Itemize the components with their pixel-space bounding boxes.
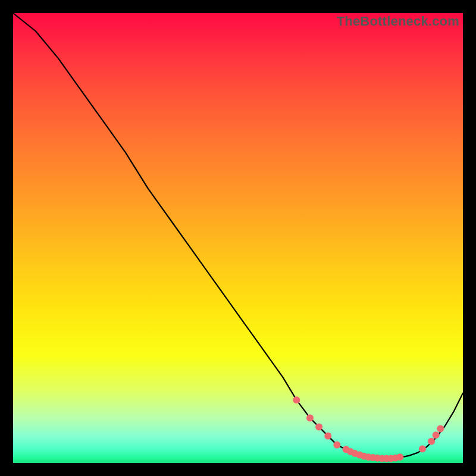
curve-line	[13, 13, 463, 458]
chart-frame: TheBottleneck.com	[0, 0, 476, 476]
marker-dot	[293, 396, 300, 403]
chart-svg	[13, 13, 463, 463]
marker-dot	[306, 414, 314, 421]
marker-dot	[315, 424, 322, 431]
marker-dot	[437, 425, 444, 433]
marker-dot	[324, 433, 331, 440]
marker-dot	[333, 441, 340, 449]
marker-dot	[419, 446, 426, 453]
marker-dot	[428, 438, 435, 445]
marker-dot	[433, 431, 440, 439]
plot-area: TheBottleneck.com	[13, 13, 463, 463]
marker-dots	[293, 396, 444, 462]
marker-dot	[396, 453, 403, 461]
